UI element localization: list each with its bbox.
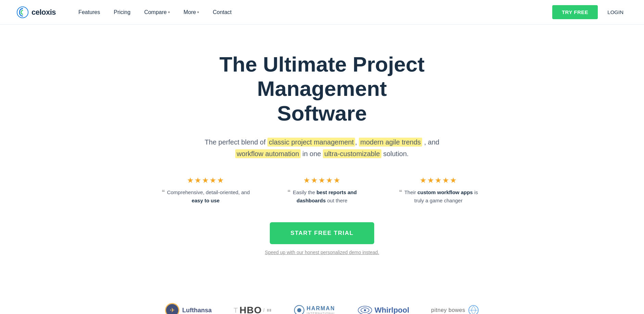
hero-section: The Ultimate Project Management Software… [0, 25, 644, 295]
highlight-agile: modern agile trends [359, 138, 422, 147]
pitney-text: pitney bowes [431, 307, 465, 313]
client-logos-section: ✈ Lufthansa T HBO / HARMAN INTERNATIONAL [0, 295, 644, 314]
start-trial-button[interactable]: START FREE TRIAL [270, 222, 374, 244]
highlight-customizable: ultra-customizable [323, 149, 381, 158]
navbar: celoxis Features Pricing Compare ▾ More … [0, 0, 644, 25]
review-3: ★★★★★ ❝ Their custom workflow apps is tr… [394, 176, 483, 205]
svg-point-4 [297, 308, 301, 312]
try-free-button[interactable]: TRY FREE [552, 5, 598, 19]
harman-icon [294, 305, 305, 314]
logo-hbo: T HBO / [233, 305, 272, 314]
svg-rect-1 [267, 309, 269, 312]
hbo-text: HBO [239, 305, 262, 314]
review-2: ★★★★★ ❝ Easily the best reports and dash… [278, 176, 367, 205]
stars-1: ★★★★★ [187, 176, 225, 185]
quote-mark-2: ❝ [287, 189, 291, 196]
demo-link[interactable]: Speed up with our honest personalized de… [265, 250, 379, 255]
logo[interactable]: celoxis [16, 6, 56, 18]
review-1: ★★★★★ ❝ Comprehensive, detail-oriented, … [161, 176, 250, 205]
nav-links: Features Pricing Compare ▾ More ▾ Contac… [72, 7, 552, 18]
logo-icon [16, 6, 29, 18]
logo-text: celoxis [31, 8, 56, 17]
hbo-extra-icon [266, 307, 272, 313]
review-text-1: ❝ Comprehensive, detail-oriented, and ea… [161, 188, 250, 205]
harman-sub: INTERNATIONAL [307, 312, 336, 314]
quote-mark-1: ❝ [162, 189, 165, 196]
whirlpool-icon [357, 305, 372, 314]
lufthansa-text: Lufthansa [182, 307, 212, 314]
svg-point-7 [364, 309, 366, 311]
logo-harman: HARMAN INTERNATIONAL [294, 305, 336, 314]
stars-2: ★★★★★ [303, 176, 341, 185]
nav-contact[interactable]: Contact [206, 7, 238, 18]
nav-features[interactable]: Features [72, 7, 106, 18]
svg-point-8 [469, 305, 478, 314]
compare-chevron-icon: ▾ [168, 10, 170, 14]
hero-subtitle: The perfect blend of classic project man… [205, 136, 439, 160]
reviews-section: ★★★★★ ❝ Comprehensive, detail-oriented, … [161, 176, 483, 205]
whirlpool-text: Whirlpool [375, 306, 409, 314]
svg-rect-2 [269, 309, 271, 312]
quote-mark-3: ❝ [399, 189, 402, 196]
more-chevron-icon: ▾ [197, 10, 199, 14]
logo-whirlpool: Whirlpool [357, 305, 409, 314]
nav-compare[interactable]: Compare ▾ [138, 7, 176, 18]
review-text-3: ❝ Their custom workflow apps is truly a … [394, 188, 483, 205]
highlight-workflow: workflow automation [235, 149, 300, 158]
highlight-classic: classic project management [267, 138, 355, 147]
hero-title: The Ultimate Project Management Software [168, 52, 476, 125]
review-text-2: ❝ Easily the best reports and dashboards… [278, 188, 367, 205]
nav-pricing[interactable]: Pricing [108, 7, 137, 18]
login-button[interactable]: LOGIN [603, 7, 628, 18]
harman-text: HARMAN [307, 305, 336, 312]
pitney-icon [468, 305, 479, 314]
nav-more[interactable]: More ▾ [177, 7, 205, 18]
lufthansa-circle-icon: ✈ [165, 303, 179, 314]
stars-3: ★★★★★ [420, 176, 457, 185]
nav-actions: TRY FREE LOGIN [552, 5, 628, 19]
logo-lufthansa: ✈ Lufthansa [165, 303, 212, 314]
cta-section: START FREE TRIAL Speed up with our hones… [265, 222, 379, 255]
logo-pitney: pitney bowes [431, 305, 479, 314]
